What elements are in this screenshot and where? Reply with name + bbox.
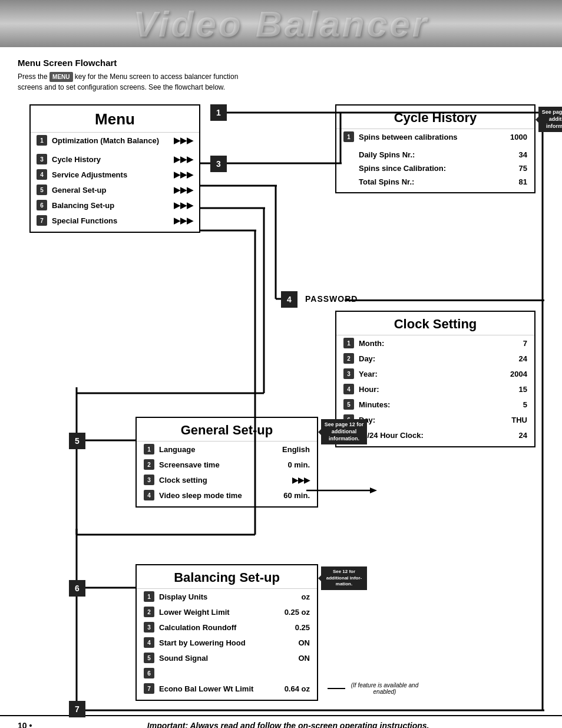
badge-5: 5 (69, 433, 85, 449)
cycle-row-total: Total Spins Nr.: 81 (336, 175, 534, 189)
item-arrows-4: ▶▶▶ (174, 170, 193, 179)
menu-title: Menu (31, 106, 199, 133)
menu-item-7: 7 Special Functions ▶▶▶ (31, 213, 199, 228)
svg-marker-20 (370, 487, 377, 493)
header: Video Balancer (0, 0, 562, 47)
balancing-title: Balancing Set-up (137, 565, 317, 589)
badge-3: 3 (210, 156, 227, 172)
item-num-7: 7 (37, 215, 47, 226)
item-arrows-1: ▶▶▶ (174, 136, 193, 145)
balancing-label-3: Calculation Roundoff (159, 623, 295, 632)
general-label-2: Screensave time (159, 460, 287, 469)
item-label-3: Cycle History (52, 155, 171, 164)
clock-label-year: Year: (359, 370, 510, 378)
cycle-row-1: 1 Spins between calibrations 1000 (336, 129, 534, 144)
intro-before: Press the (18, 73, 48, 81)
general-label-3: Clock setting (159, 476, 292, 485)
balancing-value-2: 0.25 oz (285, 608, 310, 617)
cycle-value-1: 1000 (510, 133, 527, 141)
balancing-label-7: Econo Bal Lower Wt Limit (159, 684, 285, 693)
clock-label-day2: Day: (359, 416, 511, 424)
balancing-row-3: 3 Calculation Roundoff 0.25 (137, 620, 317, 635)
clock-value-minutes: 5 (523, 400, 527, 409)
main-content: Menu Screen Flowchart Press the MENU key… (0, 47, 562, 728)
cycle-value-since: 75 (519, 164, 527, 173)
menu-key: MENU (49, 72, 72, 82)
general-value-1: English (282, 445, 310, 454)
cycle-history-note: See page 13 for additional information. (538, 107, 562, 132)
balancing-row-4: 4 Start by Lowering Hood ON (137, 635, 317, 650)
general-label-4: Video sleep mode time (159, 491, 283, 500)
general-title: General Set-up (137, 418, 317, 442)
item-label-4: Service Adjustments (52, 170, 171, 179)
balancing-note: See 12 for additional infor- mation. (321, 566, 367, 589)
item-num-3: 3 (37, 154, 47, 164)
item-num-6: 6 (37, 200, 47, 210)
balancing-label-4: Start by Lowering Hood (159, 638, 299, 647)
clock-value-hour: 15 (519, 385, 527, 394)
general-setup-box: General Set-up See page 12 for additiona… (135, 417, 318, 508)
menu-item-3: 3 Cycle History ▶▶▶ (31, 151, 199, 167)
header-title: Video Balancer (133, 3, 429, 45)
general-value-4: 60 min. (283, 491, 310, 500)
clock-row-3: 3 Year: 2004 (336, 366, 534, 381)
item-arrows-6: ▶▶▶ (174, 200, 193, 210)
menu-item-4: 4 Service Adjustments ▶▶▶ (31, 167, 199, 182)
clock-row-1: 1 Month: 7 (336, 335, 534, 351)
badge-6: 6 (69, 580, 85, 597)
balancing-label-2: Lower Weight Limit (159, 608, 285, 617)
balancing-value-5: ON (299, 654, 310, 663)
cycle-row-since: Spins since Calibration: 75 (336, 162, 534, 175)
item-label-7: Special Functions (52, 216, 171, 225)
footer-text: Important: Always read and follow the on… (32, 721, 544, 728)
general-row-3: 3 Clock setting ▶▶▶ (137, 472, 317, 487)
feature-note-container: (If feature is available and enabled) (328, 682, 423, 695)
badge-4: 4 (281, 291, 297, 308)
item-arrows-3: ▶▶▶ (174, 154, 193, 164)
clock-label-1224: 12/24 Hour Clock: (359, 431, 519, 440)
clock-label-minutes: Minutes: (359, 400, 523, 409)
clock-value-day2: THU (511, 416, 527, 424)
item-label-5: General Set-up (52, 186, 171, 195)
balancing-label-5: Sound Signal (159, 654, 299, 663)
item-num-4: 4 (37, 169, 47, 180)
balancing-setup-box: Balancing Set-up See 12 for additional i… (135, 564, 318, 701)
cycle-value-daily: 34 (519, 150, 527, 159)
clock-row-2: 2 Day: 24 (336, 351, 534, 366)
clock-row-5: 5 Minutes: 5 (336, 397, 534, 412)
clock-value-month: 7 (523, 339, 527, 348)
cycle-row-daily: Daily Spins Nr.: 34 (336, 148, 534, 162)
menu-item-6: 6 Balancing Set-up ▶▶▶ (31, 197, 199, 213)
cycle-label-total: Total Spins Nr.: (359, 177, 519, 186)
general-value-3: ▶▶▶ (292, 476, 310, 485)
general-value-2: 0 min. (287, 460, 310, 469)
balancing-value-7: 0.64 oz (285, 684, 310, 693)
clock-row-4: 4 Hour: 15 (336, 381, 534, 397)
badge-1: 1 (210, 104, 227, 121)
cycle-value-total: 81 (519, 177, 527, 186)
balancing-value-1: oz (302, 592, 310, 601)
badge-7: 7 (69, 701, 85, 717)
password-label: PASSWORD (305, 294, 358, 304)
item-arrows-5: ▶▶▶ (174, 185, 193, 195)
section-title: Menu Screen Flowchart (18, 58, 544, 68)
item-num-5: 5 (37, 185, 47, 195)
balancing-row-1: 1 Display Units oz (137, 589, 317, 604)
item-num-1: 1 (37, 135, 47, 146)
menu-item-5: 5 General Set-up ▶▶▶ (31, 182, 199, 197)
balancing-value-3: 0.25 (295, 623, 310, 632)
cycle-label-daily: Daily Spins Nr.: (359, 150, 519, 159)
general-note: See page 12 for additional information. (321, 419, 367, 444)
clock-label-hour: Hour: (359, 385, 519, 394)
general-row-4: 4 Video sleep mode time 60 min. (137, 487, 317, 503)
balancing-row-7: 7 Econo Bal Lower Wt Limit 0.64 oz (If f… (137, 681, 317, 696)
clock-value-day: 24 (519, 354, 527, 363)
cycle-num-1: 1 (343, 131, 354, 142)
cycle-label-1: Spins between calibrations (359, 133, 510, 141)
balancing-row-2: 2 Lower Weight Limit 0.25 oz (137, 604, 317, 620)
cycle-label-since: Spins since Calibration: (359, 164, 519, 173)
feature-note: (If feature is available and enabled) (346, 682, 423, 695)
cycle-history-box: Cycle History See page 13 for additional… (335, 104, 535, 193)
cycle-history-title: Cycle History (336, 106, 534, 129)
balancing-row-5: 5 Sound Signal ON (137, 650, 317, 666)
